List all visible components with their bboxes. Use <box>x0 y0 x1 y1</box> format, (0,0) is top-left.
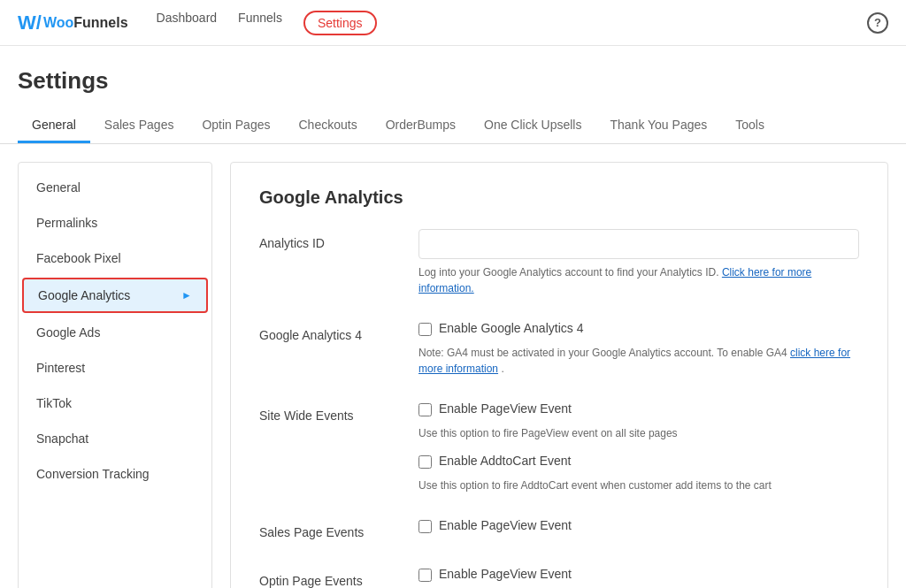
sidebar-item-pinterest[interactable]: Pinterest <box>19 350 211 386</box>
optin-pageview-checkbox-row: Enable PageView Event <box>418 567 859 582</box>
site-wide-events-row: Site Wide Events Enable PageView Event U… <box>259 401 859 493</box>
site-wide-events-label: Site Wide Events <box>259 401 418 493</box>
ga4-checkbox[interactable] <box>418 323 432 336</box>
optin-pageview-label: Enable PageView Event <box>439 567 572 581</box>
ga4-row: Google Analytics 4 Enable Google Analyti… <box>259 321 859 377</box>
sales-pageview-label: Enable PageView Event <box>439 518 572 532</box>
tab-optin-pages[interactable]: Optin Pages <box>188 109 284 143</box>
sales-pageview-checkbox[interactable] <box>418 520 432 533</box>
tab-thank-you-pages[interactable]: Thank You Pages <box>595 109 721 143</box>
sidebar-item-conversion-tracking[interactable]: Conversion Tracking <box>19 456 211 492</box>
sidebar-item-google-ads[interactable]: Google Ads <box>19 315 211 350</box>
sales-page-events-label: Sales Page Events <box>259 518 418 542</box>
nav-dashboard[interactable]: Dashboard <box>157 11 218 35</box>
analytics-id-row: Analytics ID Log into your Google Analyt… <box>259 229 859 296</box>
site-wide-pageview-checkbox[interactable] <box>418 403 432 416</box>
ga4-label: Google Analytics 4 <box>259 321 418 377</box>
section-title: Google Analytics <box>259 187 859 208</box>
logo[interactable]: W/ WooFunnels <box>18 11 128 34</box>
analytics-id-input[interactable] <box>418 229 859 259</box>
optin-page-events-field: Enable PageView Event <box>418 567 859 588</box>
sidebar-item-google-analytics[interactable]: Google Analytics ► <box>22 278 208 313</box>
site-wide-addtocart-helper: Use this option to fire AddtoCart event … <box>418 477 859 493</box>
nav-settings[interactable]: Settings <box>303 11 377 35</box>
tab-orderbumps[interactable]: OrderBumps <box>372 109 470 143</box>
ga4-checkbox-row: Enable Google Analytics 4 <box>418 321 859 336</box>
ga4-helper: Note: GA4 must be activated in your Goog… <box>418 345 859 377</box>
nav-funnels[interactable]: Funnels <box>238 11 282 35</box>
tab-sales-pages[interactable]: Sales Pages <box>90 109 188 143</box>
sidebar: General Permalinks Facebook Pixel Google… <box>18 162 212 588</box>
sales-page-events-field: Enable PageView Event <box>418 518 859 542</box>
optin-page-events-label: Optin Page Events <box>259 567 418 588</box>
nav-right: ? <box>867 12 888 34</box>
pageview-checkbox-row: Enable PageView Event <box>418 401 859 416</box>
sidebar-item-facebook-pixel[interactable]: Facebook Pixel <box>19 241 211 276</box>
analytics-id-helper: Log into your Google Analytics account t… <box>418 264 859 296</box>
optin-page-events-row: Optin Page Events Enable PageView Event <box>259 567 859 588</box>
site-wide-addtocart-label: Enable AddtoCart Event <box>439 454 571 468</box>
sidebar-item-permalinks[interactable]: Permalinks <box>19 205 211 241</box>
site-wide-pageview-label: Enable PageView Event <box>439 401 572 416</box>
help-icon[interactable]: ? <box>867 12 888 34</box>
optin-pageview-checkbox[interactable] <box>418 569 432 582</box>
page-title: Settings <box>0 46 906 95</box>
chevron-right-icon: ► <box>181 289 192 302</box>
logo-icon: W/ <box>18 11 42 34</box>
site-wide-pageview-helper: Use this option to fire PageView event o… <box>418 425 859 441</box>
analytics-id-label: Analytics ID <box>259 229 418 296</box>
ga4-checkbox-label: Enable Google Analytics 4 <box>439 321 583 335</box>
top-nav: W/ WooFunnels Dashboard Funnels Settings… <box>0 0 906 46</box>
tab-tools[interactable]: Tools <box>721 109 779 143</box>
sidebar-item-general[interactable]: General <box>19 170 211 205</box>
addtocart-checkbox-row: Enable AddtoCart Event <box>418 454 859 469</box>
settings-tabs: General Sales Pages Optin Pages Checkout… <box>0 109 906 144</box>
sidebar-item-snapchat[interactable]: Snapchat <box>19 421 211 456</box>
analytics-id-field: Log into your Google Analytics account t… <box>418 229 859 296</box>
tab-checkouts[interactable]: Checkouts <box>284 109 371 143</box>
sidebar-item-tiktok[interactable]: TikTok <box>19 386 211 421</box>
sales-pageview-checkbox-row: Enable PageView Event <box>418 518 859 533</box>
ga4-field: Enable Google Analytics 4 Note: GA4 must… <box>418 321 859 377</box>
logo-text: WooFunnels <box>43 15 128 31</box>
sales-page-events-row: Sales Page Events Enable PageView Event <box>259 518 859 542</box>
tab-general[interactable]: General <box>18 109 90 143</box>
tab-one-click-upsells[interactable]: One Click Upsells <box>470 109 595 143</box>
site-wide-events-field: Enable PageView Event Use this option to… <box>418 401 859 493</box>
nav-links: Dashboard Funnels Settings <box>157 11 867 35</box>
content-panel: Google Analytics Analytics ID Log into y… <box>230 162 888 588</box>
main-content: General Permalinks Facebook Pixel Google… <box>0 144 906 588</box>
site-wide-addtocart-checkbox[interactable] <box>418 455 432 469</box>
